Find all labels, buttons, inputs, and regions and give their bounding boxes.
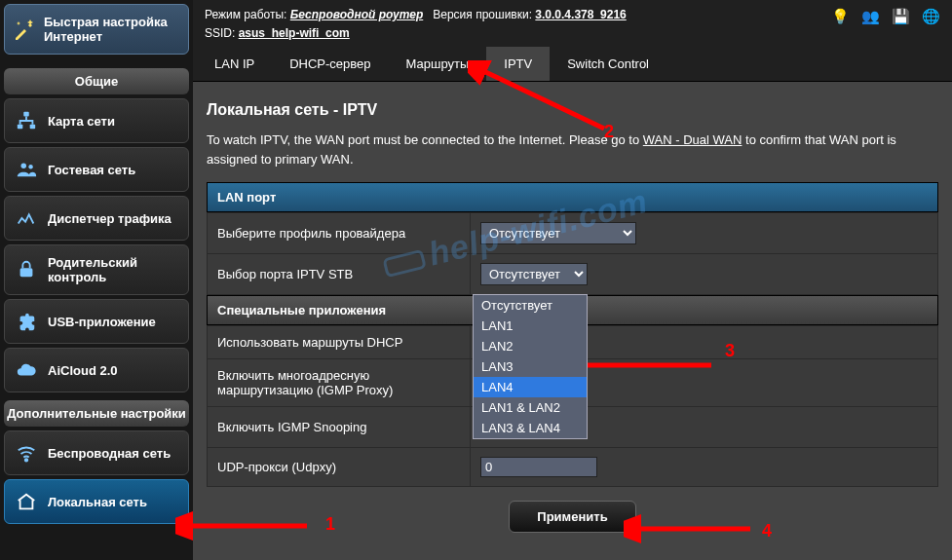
globe-icon[interactable]: 🌐 <box>922 8 940 25</box>
fw-label: Версия прошивки: <box>433 8 532 21</box>
wan-dualwan-link[interactable]: WAN - Dual WAN <box>643 132 743 147</box>
bulb-icon[interactable]: 💡 <box>831 8 850 25</box>
page-title: Локальная сеть - IPTV <box>207 93 938 131</box>
sidebar-item-aicloud[interactable]: AiCloud 2.0 <box>4 348 189 392</box>
stb-option[interactable]: LAN4 <box>474 377 587 397</box>
stb-option[interactable]: LAN1 & LAN2 <box>474 397 587 418</box>
menu-label: Карта сети <box>48 114 115 129</box>
sidebar-item-traffic[interactable]: Диспетчер трафика <box>4 196 189 241</box>
wand-icon <box>13 18 36 41</box>
ssid-value[interactable]: asus_help-wifi_com <box>239 26 350 40</box>
section-general: Общие <box>4 68 189 94</box>
menu-label: USB-приложение <box>48 315 156 329</box>
menu-label: Гостевая сеть <box>48 163 135 177</box>
quick-setup-label: Быстрая настройка Интернет <box>44 15 180 44</box>
sidebar-item-guest[interactable]: Гостевая сеть <box>4 147 189 192</box>
mode-value[interactable]: Беспроводной роутер <box>290 8 423 21</box>
cloud-icon <box>15 358 38 382</box>
isp-profile-select[interactable]: Отсутствует <box>480 222 636 244</box>
wifi-icon <box>15 441 38 465</box>
stb-option[interactable]: LAN1 <box>474 316 587 336</box>
apply-button[interactable]: Применить <box>509 501 635 533</box>
mode-label: Режим работы: <box>205 8 286 21</box>
stb-option[interactable]: Отсутствует <box>474 295 587 316</box>
igmp-snoop-label: Включить IGMP Snooping <box>208 407 471 448</box>
lock-icon <box>15 258 38 281</box>
quick-internet-setup[interactable]: Быстрая настройка Интернет <box>4 4 189 55</box>
puzzle-icon <box>15 310 38 333</box>
svg-point-3 <box>21 164 27 169</box>
network-map-icon <box>15 109 38 132</box>
section-advanced: Дополнительные настройки <box>4 400 189 427</box>
stb-option[interactable]: LAN2 <box>474 336 587 356</box>
tab-switch[interactable]: Switch Control <box>550 47 666 81</box>
guest-icon <box>15 158 38 181</box>
sidebar-item-network-map[interactable]: Карта сети <box>4 98 189 143</box>
svg-rect-2 <box>30 125 35 130</box>
sidebar-item-lan[interactable]: Локальная сеть <box>4 479 189 524</box>
svg-rect-5 <box>20 268 33 277</box>
udpxy-input[interactable] <box>480 457 597 477</box>
tab-dhcp[interactable]: DHCP-сервер <box>272 47 388 81</box>
topbar: Режим работы: Беспроводной роутер Версия… <box>193 0 952 47</box>
menu-label: AiCloud 2.0 <box>48 363 118 378</box>
tab-lanip[interactable]: LAN IP <box>197 47 272 81</box>
tab-routes[interactable]: Маршруты <box>389 47 487 81</box>
menu-label: Диспетчер трафика <box>48 211 171 226</box>
stb-option[interactable]: LAN3 & LAN4 <box>474 418 587 438</box>
stb-port-label: Выбор порта IPTV STB <box>208 254 471 295</box>
isp-profile-label: Выберите профиль провайдера <box>208 213 471 254</box>
tab-iptv[interactable]: IPTV <box>486 47 550 81</box>
fw-value[interactable]: 3.0.0.4.378_9216 <box>535 8 626 21</box>
sidebar-item-usb[interactable]: USB-приложение <box>4 299 189 344</box>
panel-lan-port: LAN порт <box>207 182 938 212</box>
igmp-proxy-label: Включить многоадресную маршрутизацию (IG… <box>208 359 471 407</box>
dhcp-routes-label: Использовать маршруты DHCP <box>208 326 471 359</box>
svg-point-6 <box>25 459 28 462</box>
ssid-label: SSID: <box>205 26 235 40</box>
sidebar-item-wireless[interactable]: Беспроводная сеть <box>4 430 189 475</box>
stb-port-select[interactable]: Отсутствует <box>480 263 588 285</box>
svg-point-4 <box>28 165 32 168</box>
sidebar-item-parental[interactable]: Родительский контроль <box>4 244 189 295</box>
svg-rect-1 <box>18 125 23 130</box>
udpxy-label: UDP-прокси (Udpxy) <box>208 448 471 487</box>
usb-status-icon[interactable]: 💾 <box>892 8 910 25</box>
tabs: LAN IP DHCP-сервер Маршруты IPTV Switch … <box>193 47 952 82</box>
menu-label: Родительский контроль <box>48 255 178 284</box>
menu-label: Беспроводная сеть <box>48 446 171 461</box>
users-icon[interactable]: 👥 <box>861 8 880 25</box>
stb-option[interactable]: LAN3 <box>474 356 587 377</box>
traffic-icon <box>15 206 38 230</box>
page-description: To watch IPTV, the WAN port must be conn… <box>207 131 938 182</box>
home-icon <box>15 490 38 513</box>
stb-port-dropdown[interactable]: ОтсутствуетLAN1LAN2LAN3LAN4LAN1 & LAN2LA… <box>473 294 588 439</box>
menu-label: Локальная сеть <box>48 495 147 509</box>
svg-rect-0 <box>23 112 29 117</box>
